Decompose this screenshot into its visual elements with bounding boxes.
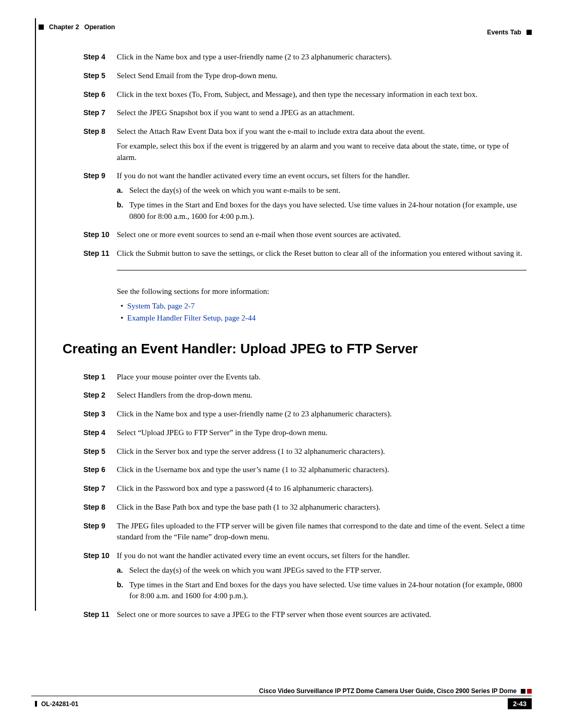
crop-mark-left xyxy=(35,18,36,611)
footer-left: OL-24281-01 xyxy=(31,700,78,708)
square-red-icon xyxy=(527,689,532,694)
step-row: Step 4Click in the Name box and type a u… xyxy=(83,52,527,66)
substep-label: a. xyxy=(117,565,129,576)
cross-ref-link[interactable]: System Tab, page 2-7 xyxy=(127,302,527,311)
substep-label: a. xyxy=(117,185,129,196)
step-row: Step 10If you do not want the handler ac… xyxy=(83,550,527,605)
doc-id: OL-24281-01 xyxy=(41,700,78,708)
step-body: Click the Submit button to save the sett… xyxy=(117,248,527,263)
step-text: Select the JPEG Snapshot box if you want… xyxy=(117,107,527,119)
header-right: Events Tab xyxy=(487,29,532,36)
step-text: Click in the Username box and type the u… xyxy=(117,464,527,476)
step-body: Select the Attach Raw Event Data box if … xyxy=(117,126,527,166)
intro-paragraph: See the following sections for more info… xyxy=(117,286,527,298)
tab-label: Events Tab xyxy=(487,29,521,36)
step-label: Step 8 xyxy=(83,502,117,516)
step-text: Click the Submit button to save the sett… xyxy=(117,248,527,260)
step-label: Step 11 xyxy=(83,248,117,263)
substep-row: b.Type times in the Start and End boxes … xyxy=(117,200,527,223)
step-row: Step 9The JPEG files uploaded to the FTP… xyxy=(83,521,527,547)
step-body: Click in the text boxes (To, From, Subje… xyxy=(117,89,527,104)
step-label: Step 10 xyxy=(83,550,117,605)
step-label: Step 2 xyxy=(83,390,117,404)
step-label: Step 4 xyxy=(83,427,117,442)
step-label: Step 3 xyxy=(83,409,117,423)
step-body: Select one or more event sources to send… xyxy=(117,229,527,244)
steps-list-b: Step 1Place your mouse pointer over the … xyxy=(83,372,527,624)
step-body: Select Send Email from the Type drop-dow… xyxy=(117,70,527,85)
step-text: If you do not want the handler activated… xyxy=(117,550,527,562)
step-body: If you do not want the handler activated… xyxy=(117,170,527,225)
links-list: •System Tab, page 2-7•Example Handler Fi… xyxy=(117,302,527,323)
step-row: Step 9If you do not want the handler act… xyxy=(83,170,527,225)
step-text: Select the Attach Raw Event Data box if … xyxy=(117,126,527,138)
substep-label: b. xyxy=(117,579,129,602)
step-text: Click in the Name box and type a user-fr… xyxy=(117,52,527,63)
step-row: Step 6Click in the Username box and type… xyxy=(83,464,527,479)
step-label: Step 6 xyxy=(83,89,117,104)
section-label: Operation xyxy=(84,23,115,31)
bullet-icon: • xyxy=(117,302,127,311)
doc-title: Cisco Video Surveillance IP PTZ Dome Cam… xyxy=(259,687,517,695)
step-body: The JPEG files uploaded to the FTP serve… xyxy=(117,521,527,547)
page-number-badge: 2-43 xyxy=(508,698,532,709)
steps-list-a: Step 4Click in the Name box and type a u… xyxy=(83,52,527,263)
substep-text: Type times in the Start and End boxes fo… xyxy=(129,200,527,223)
step-body: Click in the Base Path box and type the … xyxy=(117,502,527,516)
header-square-icon xyxy=(39,24,44,30)
separator-rule xyxy=(117,270,527,270)
step-text: Select Handlers from the drop-down menu. xyxy=(117,390,527,401)
step-row: Step 3Click in the Name box and type a u… xyxy=(83,409,527,423)
step-text: Click in the Name box and type a user-fr… xyxy=(117,409,527,420)
header-left: Chapter 2 Operation xyxy=(39,18,115,36)
square-black-icon xyxy=(521,689,525,694)
step-text: Place your mouse pointer over the Events… xyxy=(117,372,527,383)
step-body: If you do not want the handler activated… xyxy=(117,550,527,605)
content-area: Step 4Click in the Name box and type a u… xyxy=(31,52,532,624)
step-body: Select the JPEG Snapshot box if you want… xyxy=(117,107,527,122)
step-label: Step 11 xyxy=(83,609,117,624)
step-label: Step 9 xyxy=(83,521,117,547)
step-text: Click in the Server box and type the ser… xyxy=(117,446,527,458)
step-body: Click in the Name box and type a user-fr… xyxy=(117,52,527,66)
substep-row: a.Select the day(s) of the week on which… xyxy=(117,565,527,576)
step-text: Click in the text boxes (To, From, Subje… xyxy=(117,89,527,101)
step-body: Place your mouse pointer over the Events… xyxy=(117,372,527,386)
step-body: Click in the Password box and type a pas… xyxy=(117,483,527,498)
step-label: Step 10 xyxy=(83,229,117,244)
step-label: Step 5 xyxy=(83,70,117,85)
footer-bottom: OL-24281-01 2-43 xyxy=(31,698,532,709)
step-label: Step 6 xyxy=(83,464,117,479)
step-body: Click in the Name box and type a user-fr… xyxy=(117,409,527,423)
step-row: Step 5Select Send Email from the Type dr… xyxy=(83,70,527,85)
step-row: Step 6Click in the text boxes (To, From,… xyxy=(83,89,527,104)
substep-text: Select the day(s) of the week on which y… xyxy=(129,565,527,576)
substep-text: Type times in the Start and End boxes fo… xyxy=(129,579,527,602)
bullet-row: •Example Handler Filter Setup, page 2-44 xyxy=(117,314,527,323)
step-label: Step 8 xyxy=(83,126,117,166)
step-text: Click in the Password box and type a pas… xyxy=(117,483,527,495)
section-title: Creating an Event Handler: Upload JPEG t… xyxy=(63,341,527,357)
cross-ref-link[interactable]: Example Handler Filter Setup, page 2-44 xyxy=(127,314,527,323)
step-label: Step 7 xyxy=(83,107,117,122)
footer-rule xyxy=(31,696,532,696)
step-text: Select “Upload JPEG to FTP Server” in th… xyxy=(117,427,527,439)
step-row: Step 7Click in the Password box and type… xyxy=(83,483,527,498)
substep-label: b. xyxy=(117,200,129,223)
step-text: Click in the Base Path box and type the … xyxy=(117,502,527,513)
chapter-label: Chapter 2 xyxy=(49,23,79,31)
step-body: Select Handlers from the drop-down menu. xyxy=(117,390,527,404)
footer-bar-icon xyxy=(35,701,37,707)
step-body: Select “Upload JPEG to FTP Server” in th… xyxy=(117,427,527,442)
step-text: The JPEG files uploaded to the FTP serve… xyxy=(117,521,527,544)
step-text: If you do not want the handler activated… xyxy=(117,170,527,182)
step-text: Select Send Email from the Type drop-dow… xyxy=(117,70,527,82)
page-footer: Cisco Video Surveillance IP PTZ Dome Cam… xyxy=(31,687,532,709)
step-body: Select one or more sources to save a JPE… xyxy=(117,609,527,624)
step-label: Step 7 xyxy=(83,483,117,498)
header-square-icon xyxy=(527,30,532,35)
step-body: Click in the Server box and type the ser… xyxy=(117,446,527,461)
footer-squares-icon xyxy=(521,689,532,694)
substep-text: Select the day(s) of the week on which y… xyxy=(129,185,527,196)
substep-row: b.Type times in the Start and End boxes … xyxy=(117,579,527,602)
